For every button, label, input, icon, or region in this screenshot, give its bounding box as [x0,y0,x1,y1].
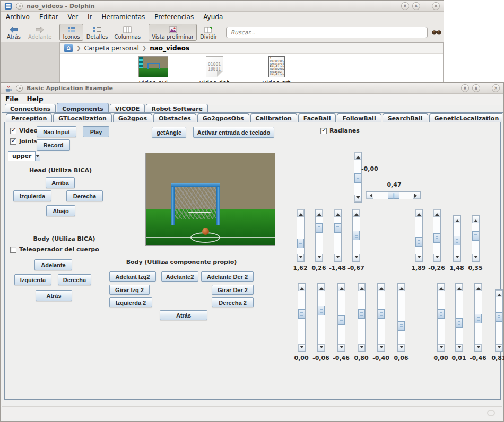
slider-down-button[interactable] [398,344,405,351]
slider-track[interactable] [398,291,405,344]
slider-up-button[interactable] [398,284,405,291]
teleop-body-checkbox[interactable]: Teleoperador del cuerpo [10,246,99,253]
body2-forward-right-button[interactable]: Adelante Der 2 [201,271,254,282]
forward-button[interactable]: Adelante [25,24,55,41]
dolphin-menu-archivo[interactable]: Archivo [6,13,30,21]
dolphin-menu-ir[interactable]: Ir [88,13,92,21]
tab-connections[interactable]: Connections [5,104,56,113]
slider-thumb[interactable] [378,309,385,319]
head-tilt-slider[interactable] [354,152,362,203]
dolphin-menu-ver[interactable]: Ver [67,13,78,21]
slider-thumb[interactable] [298,309,305,319]
slider-up-button[interactable] [318,284,325,291]
radians-checkbox[interactable]: ✓ Radianes [320,127,360,134]
slider-track[interactable] [475,291,482,344]
slider-up-button[interactable] [496,290,502,297]
joints-checkbox[interactable]: ✓ Joints [10,138,38,145]
slider-up-button[interactable] [475,284,482,291]
body2-right-button[interactable]: Derecha 2 [212,297,254,307]
subtab-obstacles[interactable]: Obstacles [153,113,196,122]
subtab-perception[interactable]: Perception [6,113,52,122]
slider-up-button[interactable] [297,209,304,217]
window-pin-icon[interactable] [16,85,23,92]
slider-track[interactable] [298,291,305,344]
columns-view-button[interactable]: Columnas [111,24,144,41]
slider-thumb[interactable] [398,321,405,331]
body2-turn-right-button[interactable]: Girar Der 2 [212,285,254,295]
dolphin-titlebar[interactable]: nao_videos - Dolphin ∨ ∧ × [1,1,444,12]
slider-down-button[interactable] [297,254,304,261]
slider-track[interactable] [334,217,341,254]
slider-track[interactable] [496,297,502,344]
maximize-button[interactable]: ∧ [472,84,480,92]
slider-down-button[interactable] [454,254,460,261]
slider-thumb[interactable] [456,318,463,328]
tab-robot software[interactable]: Robot Software [146,104,208,113]
slider-thumb[interactable] [354,173,361,183]
slider-up-button[interactable] [353,209,360,217]
icons-view-button[interactable]: Iconos [59,24,83,41]
slider-thumb[interactable] [334,223,341,233]
slider-up-button[interactable] [415,209,422,217]
slider-left-button[interactable] [366,192,373,199]
slider-down-button[interactable] [433,254,440,261]
slider-up-button[interactable] [354,152,361,160]
body-left-button[interactable]: Izquierda [14,274,51,285]
minimize-button[interactable]: ∨ [461,84,469,92]
slider-up-button[interactable] [338,284,345,291]
slider-down-button[interactable] [316,254,323,261]
slider-thumb[interactable] [496,312,502,322]
head-down-button[interactable]: Abajo [46,205,75,216]
slider-down-button[interactable] [334,254,341,261]
joint-slider-r2-5[interactable] [377,283,385,352]
slider-down-button[interactable] [472,254,479,261]
slider-up-button[interactable] [358,284,365,291]
binoculars-search-icon[interactable] [432,28,441,38]
chevron-down-icon[interactable] [35,152,40,161]
split-view-button[interactable]: Dividir [197,24,220,41]
subtab-go2gpos[interactable]: Go2gpos [113,113,152,122]
slider-track[interactable] [318,291,325,344]
slider-up-button[interactable] [298,284,305,291]
slider-track[interactable] [338,291,345,344]
slider-track[interactable] [358,291,365,344]
app-menu-file[interactable]: File [5,95,19,103]
joint-slider-r2-7[interactable] [437,283,445,352]
close-button[interactable]: × [432,2,440,10]
head-right-button[interactable]: Derecha [66,190,103,201]
head-pan-slider[interactable] [366,191,421,199]
slider-up-button[interactable] [472,216,479,223]
slider-track[interactable] [433,217,440,254]
slider-down-button[interactable] [456,344,463,351]
subtab-searchball[interactable]: SearchBall [383,113,428,122]
slider-up-button[interactable] [316,209,323,217]
body2-back-button[interactable]: Atrás [160,310,207,320]
body2-forward-left-button[interactable]: Adelant Izq2 [109,271,156,282]
slider-thumb[interactable] [472,231,479,241]
joint-slider-r1-8[interactable] [472,215,480,262]
search-input[interactable] [226,27,428,38]
joint-slider-r2-3[interactable] [337,283,345,352]
slider-thumb[interactable] [475,314,482,323]
slider-track[interactable] [454,223,460,254]
slider-thumb[interactable] [415,237,422,247]
joint-slider-r2-8[interactable] [455,283,463,352]
tab-components[interactable]: Components [57,103,108,113]
body-back-button[interactable]: Atrás [36,290,72,301]
slider-down-button[interactable] [496,344,502,351]
slider-track[interactable] [354,160,361,195]
close-button[interactable]: × [492,84,500,92]
slider-track[interactable] [438,291,445,344]
breadcrumb-home[interactable]: Carpeta personal [84,45,138,52]
slider-thumb[interactable] [438,309,445,319]
maximize-button[interactable]: ∧ [412,2,420,10]
slider-track[interactable] [316,217,323,254]
play-button[interactable]: Play [83,126,109,137]
app-menu-help[interactable]: Help [27,95,44,103]
slider-down-button[interactable] [415,254,422,261]
joint-slider-r1-7[interactable] [453,215,461,262]
window-pin-icon[interactable] [16,3,23,10]
slider-up-button[interactable] [456,284,463,291]
app-titlebar[interactable]: Basic Application Example ∨ ∧ × [1,83,503,94]
head-left-button[interactable]: Izquierda [13,190,51,201]
